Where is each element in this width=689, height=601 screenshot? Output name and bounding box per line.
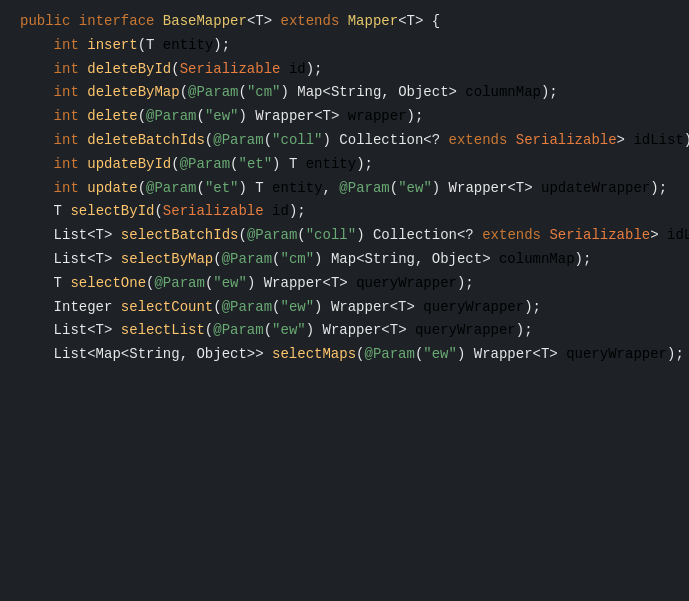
code-line-24: Integer selectCount(@Param("ew") Wrapper… [0, 296, 689, 320]
code-line-22: T selectOne(@Param("ew") Wrapper<T> quer… [0, 272, 689, 296]
code-line-14: int update(@Param("et") T entity, @Param… [0, 177, 689, 201]
code-line-4: int deleteById(Serializable id); [0, 58, 689, 82]
code-line-6: int deleteByMap(@Param("cm") Map<String,… [0, 81, 689, 105]
code-line-16: T selectById(Serializable id); [0, 200, 689, 224]
code-line-2: int insert(T entity); [0, 34, 689, 58]
code-line-26: List<T> selectList(@Param("ew") Wrapper<… [0, 319, 689, 343]
code-line-8: int delete(@Param("ew") Wrapper<T> wrapp… [0, 105, 689, 129]
code-line-12: int updateById(@Param("et") T entity); [0, 153, 689, 177]
code-editor: public interface BaseMapper<T> extends M… [0, 0, 689, 601]
code-line-28: List<Map<String, Object>> selectMaps(@Pa… [0, 343, 689, 367]
code-line-20: List<T> selectByMap(@Param("cm") Map<Str… [0, 248, 689, 272]
code-line-1: public interface BaseMapper<T> extends M… [0, 10, 689, 34]
code-line-18: List<T> selectBatchIds(@Param("coll") Co… [0, 224, 689, 248]
code-line-10: int deleteBatchIds(@Param("coll") Collec… [0, 129, 689, 153]
